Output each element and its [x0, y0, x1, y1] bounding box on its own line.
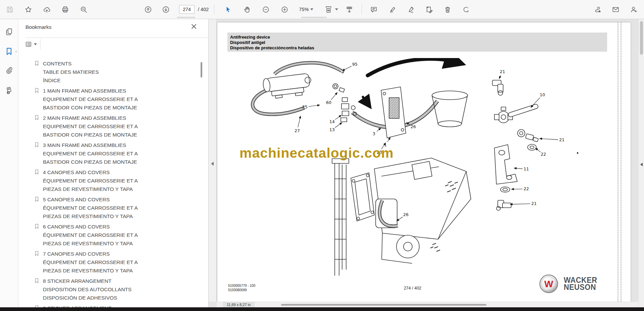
- part-callout-number: 14: [329, 119, 335, 124]
- bookmark-item-label: 8 STICKER ARRANGEMENTDISPOSITION DES AUT…: [43, 277, 131, 302]
- edit-page-icon: [425, 6, 433, 13]
- bookmarks-scrollbar-thumb[interactable]: [201, 62, 202, 77]
- document-info-button[interactable]: [5, 86, 14, 95]
- bookmark-item-label: 5 CANOPIES AND COVERSÉQUIPEMENT DE CARRO…: [43, 195, 138, 220]
- person-add-button[interactable]: [628, 4, 639, 15]
- share-button[interactable]: [41, 4, 52, 15]
- page-down-button[interactable]: [160, 4, 171, 15]
- hand-tool-button[interactable]: [241, 4, 253, 15]
- collapse-panel-handle[interactable]: [211, 161, 214, 166]
- navigation-rail: ‹: [0, 19, 18, 307]
- bookmark-item[interactable]: 3 MAIN FRAME AND ASSEMBLIESEQUIPEMENT DE…: [34, 141, 200, 166]
- edit-page-button[interactable]: [423, 4, 435, 15]
- fit-width-icon: [325, 6, 332, 13]
- page-guide-dash-line: [618, 22, 618, 302]
- zoom-out-icon: [262, 6, 270, 13]
- bookmark-ribbon-icon: [34, 60, 40, 67]
- bookmark-item-label: 3 MAIN FRAME AND ASSEMBLIESEQUIPEMENT DE…: [43, 141, 138, 166]
- toolbar: / 402 75%: [0, 0, 644, 19]
- page-number-input[interactable]: [179, 5, 195, 14]
- search-icon: [80, 6, 88, 13]
- bookmark-ribbon-icon: [34, 115, 40, 122]
- page-separator: /: [198, 7, 199, 12]
- highlight-button[interactable]: [386, 4, 398, 15]
- collapse-left-small-icon: [640, 162, 643, 167]
- redo-icon: [462, 6, 470, 13]
- bookmark-ribbon-icon: [34, 142, 40, 149]
- wacker-neuson-logo: W WACKER NEUSON: [539, 274, 598, 293]
- zoom-in-button[interactable]: [279, 4, 290, 15]
- bookmarks-panel-title: Bookmarks: [25, 24, 52, 30]
- part-callout-number: 21: [531, 201, 537, 206]
- bookmark-item[interactable]: 7 CANOPIES AND COVERSÉQUIPEMENT DE CARRO…: [34, 250, 200, 275]
- bookmark-item-label: 1 MAIN FRAME AND ASSEMBLIESEQUIPEMENT DE…: [43, 87, 138, 112]
- bookmark-item[interactable]: 9 STICKER ARRANGEMENT: [34, 304, 200, 307]
- part-callout-number: 10: [540, 92, 545, 97]
- star-button[interactable]: [22, 4, 34, 15]
- bookmark-item[interactable]: 8 STICKER ARRANGEMENTDISPOSITION DES AUT…: [34, 277, 200, 302]
- sign-icon: [407, 6, 415, 13]
- select-tool-icon: [224, 6, 232, 13]
- pages-panel-button[interactable]: [5, 28, 14, 37]
- bookmark-item-label: 2 MAIN FRAME AND ASSEMBLIESEQUIPEMENT DE…: [43, 114, 138, 139]
- bottom-edge-bar: [0, 307, 644, 311]
- panel-collapse-strip: [209, 19, 217, 302]
- part-callout-number: 25: [302, 104, 308, 109]
- link-share-icon: [594, 6, 601, 13]
- highlight-icon: [388, 6, 396, 13]
- save-button[interactable]: [4, 4, 15, 15]
- bookmark-ribbon-icon: [34, 88, 40, 95]
- person-add-icon: [630, 6, 638, 13]
- chevron-down-icon: [34, 43, 37, 45]
- star-icon: [24, 6, 32, 13]
- bookmark-ribbon-icon: [34, 251, 40, 258]
- bookmark-options-button[interactable]: [25, 41, 37, 48]
- expand-right-panel-handle[interactable]: [640, 162, 643, 166]
- print-button[interactable]: [59, 4, 71, 15]
- bookmark-item-label: 6 CANOPIES AND COVERSÉQUIPEMENT DE CARRO…: [43, 222, 138, 248]
- bookmark-item[interactable]: 5 CANOPIES AND COVERSÉQUIPEMENT DE CARRO…: [34, 195, 200, 220]
- parts-diagram: 9560252714133123262621102122112221: [224, 58, 623, 286]
- pdf-page: Antifreezing device Dispositif antigel D…: [217, 22, 631, 302]
- bookmark-ribbon-icon: [34, 196, 40, 203]
- part-callout-number: 60: [326, 100, 331, 105]
- bookmark-item[interactable]: 4 CANOPIES AND COVERSÉQUIPEMENT DE CARRO…: [34, 168, 200, 193]
- bookmark-item[interactable]: 1 MAIN FRAME AND ASSEMBLIESEQUIPEMENT DE…: [34, 87, 200, 112]
- zoom-out-button[interactable]: [260, 4, 271, 15]
- bookmarks-panel-button[interactable]: [5, 47, 14, 56]
- delete-button[interactable]: [442, 4, 453, 15]
- vertical-scrollbar-thumb[interactable]: [640, 21, 643, 55]
- fit-width-button[interactable]: [323, 4, 334, 15]
- page-guide-dash-line: [621, 22, 621, 302]
- attachments-panel-button[interactable]: [5, 66, 14, 75]
- horizontal-scrollbar-thumb[interactable]: [281, 304, 486, 306]
- vertical-scrollbar[interactable]: [638, 19, 644, 307]
- attachments-icon: [5, 66, 13, 74]
- link-share-button[interactable]: [592, 4, 603, 15]
- select-tool-button[interactable]: [222, 4, 234, 15]
- share-cloud-icon: [43, 6, 51, 13]
- search-button[interactable]: [78, 4, 89, 15]
- part-callout-number: 21: [559, 137, 565, 142]
- bookmark-item[interactable]: 6 CANOPIES AND COVERSÉQUIPEMENT DE CARRO…: [34, 222, 200, 248]
- scroll-mode-button[interactable]: [343, 4, 355, 15]
- email-button[interactable]: [610, 4, 621, 15]
- page-up-icon: [144, 6, 152, 13]
- page-down-icon: [162, 6, 170, 13]
- page-up-button[interactable]: [142, 4, 154, 15]
- page-total-label: 402: [201, 7, 209, 12]
- delete-icon: [444, 6, 451, 13]
- redo-button[interactable]: [460, 4, 472, 15]
- header-line-en: Antifreezing device: [230, 35, 607, 40]
- sign-button[interactable]: [405, 4, 416, 15]
- document-info-icon: [5, 86, 13, 95]
- close-panel-button[interactable]: [191, 23, 198, 31]
- zoom-level-value: 75%: [299, 7, 309, 12]
- bookmark-item[interactable]: CONTENTSTABLE DES MATIERESÍNDICE: [34, 59, 200, 85]
- zoom-level-dropdown[interactable]: 75%: [299, 7, 313, 12]
- logo-letter: W: [544, 279, 553, 289]
- part-callout-number: 27: [294, 128, 300, 133]
- bookmark-item-label: CONTENTSTABLE DES MATIERESÍNDICE: [43, 59, 99, 85]
- comment-button[interactable]: [368, 4, 379, 15]
- bookmark-item[interactable]: 2 MAIN FRAME AND ASSEMBLIESEQUIPEMENT DE…: [34, 114, 200, 139]
